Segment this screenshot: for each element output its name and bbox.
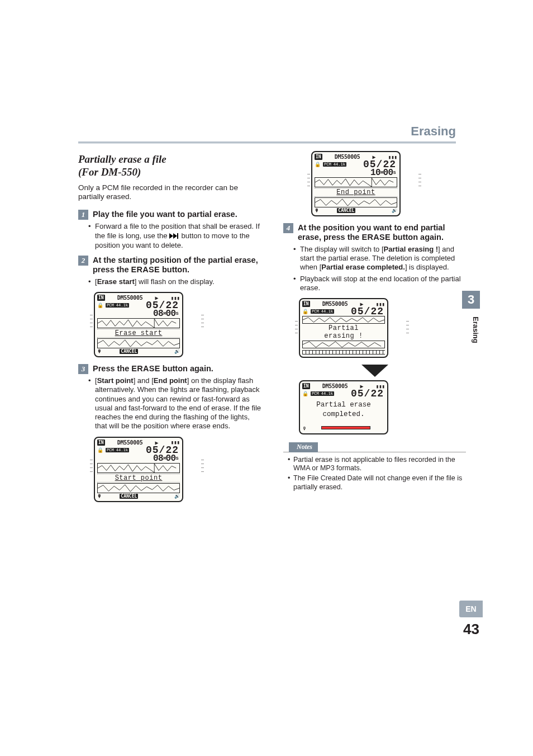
filename: DM550005 xyxy=(117,440,143,446)
notes-label: Notes xyxy=(289,442,318,452)
lock-icon: 🔒 xyxy=(315,162,321,167)
step-badge: 2 xyxy=(78,256,88,266)
step-4-bullet-2: Playback will stop at the end location o… xyxy=(300,275,466,293)
cancel-chip: CANCEL xyxy=(337,208,355,213)
text: ] and [ xyxy=(134,376,154,385)
note-item: The File Created Date will not change ev… xyxy=(293,474,466,492)
file-counter: 05/22 xyxy=(336,308,385,315)
text-bold: Erase start xyxy=(97,277,135,286)
lcd-screen-start-point: ──── ──── IN DM550005 ▶ ▮▮▮ 🔒 PCM 44.1k … xyxy=(94,437,200,502)
text: Press the xyxy=(93,364,131,373)
waveform xyxy=(97,338,180,348)
page-number: 43 xyxy=(463,621,479,638)
text-bold: Partial erasing ! xyxy=(384,245,439,253)
waveform xyxy=(302,316,385,324)
subtitle-line2: (For DM-550) xyxy=(78,166,141,178)
elapsed-time: 08M00S xyxy=(97,455,180,462)
step-4-title: At the position you want to end partial … xyxy=(298,223,466,243)
filename: DM550005 xyxy=(117,295,143,301)
page-header-title: Erasing xyxy=(411,124,456,139)
step-1-title: Play the file you want to partial erase. xyxy=(93,210,237,219)
waveform xyxy=(97,483,180,493)
note-item: Partial erase is not applicable to files… xyxy=(293,456,466,473)
text: The display will switch to [ xyxy=(300,245,384,253)
memory-location-chip: IN xyxy=(302,301,310,307)
elapsed-time: 10M00S xyxy=(315,169,397,177)
text: button again. xyxy=(160,364,213,373)
step-2-title: At the starting position of the partial … xyxy=(93,256,261,275)
step-1-bullet: Forward a file to the position that shal… xyxy=(95,222,261,250)
step-badge: 1 xyxy=(78,210,88,220)
section-tab-vertical: Erasing xyxy=(462,313,480,347)
step-3: 3 Press the ERASE button again. [Start p… xyxy=(78,364,261,431)
format-chip: PCM 44.1k xyxy=(311,309,334,314)
text-bold: Start point xyxy=(97,376,134,385)
text-bold: Partial erase completed. xyxy=(321,263,405,271)
section-subtitle: Partially erase a file (For DM-550) xyxy=(78,153,261,179)
step-2-bullet: [Erase start] will flash on the display. xyxy=(95,277,261,286)
header-rule xyxy=(78,141,456,144)
waveform xyxy=(302,341,385,348)
text: ] will flash on the display. xyxy=(135,277,215,286)
lcd-screen-partial-erasing: ──── ──── IN DM550005 ▶ ▮▮▮ 🔒 PCM 44.1k … xyxy=(299,298,405,358)
subtitle-line1: Partially erase a file xyxy=(78,153,166,165)
lcd-footer: 🎙 xyxy=(302,426,385,431)
step-3-title: Press the ERASE button again. xyxy=(93,364,213,374)
lock-icon: 🔒 xyxy=(97,303,103,308)
step-badge: 4 xyxy=(283,223,293,233)
intro-text: Only a PCM file recorded in the recorder… xyxy=(78,183,261,202)
step-4-bullet-1: The display will switch to [Partial eras… xyxy=(300,245,466,272)
notes-section: Notes Partial erase is not applicable to… xyxy=(283,441,466,492)
lcd-message: Partial erasecompleted. xyxy=(302,398,385,426)
language-tab: EN xyxy=(459,601,483,617)
elapsed-time: 08M00S xyxy=(97,310,180,318)
lock-icon: 🔒 xyxy=(97,447,103,453)
svg-rect-2 xyxy=(177,233,178,239)
fast-forward-icon xyxy=(169,232,179,241)
cancel-chip: CANCEL xyxy=(120,349,138,354)
text: button again. xyxy=(391,233,444,242)
waveform xyxy=(97,463,180,473)
filename: DM550005 xyxy=(335,154,360,160)
filename: DM550005 xyxy=(322,301,348,307)
erase-button-label: ERASE xyxy=(131,364,160,373)
lcd-status-text: Partialerasing ! xyxy=(302,324,385,340)
format-chip: PCM 44.1k xyxy=(106,303,129,308)
waveform xyxy=(315,197,397,207)
step-badge: 3 xyxy=(78,364,88,374)
step-1: 1 Play the file you want to partial eras… xyxy=(78,210,261,250)
waveform xyxy=(315,177,397,187)
memory-location-chip: IN xyxy=(97,295,105,301)
lcd-screen-end-point: ──── ──── IN DM550005 ▶ ▮▮▮ 🔒 PCM 44.1k … xyxy=(311,151,417,216)
arrow-down-icon xyxy=(361,365,388,377)
memory-location-chip: IN xyxy=(315,154,322,160)
lock-icon: 🔒 xyxy=(302,391,308,396)
lock-icon: 🔒 xyxy=(302,309,308,314)
step-3-bullet: [Start point] and [End point] on the dis… xyxy=(95,376,261,431)
svg-marker-0 xyxy=(169,233,173,239)
lcd-screen-erase-start: ──── ──── IN DM550005 ▶ ▮▮▮ 🔒 PCM 44.1k … xyxy=(94,292,200,357)
chapter-tab: 3 xyxy=(462,291,480,309)
file-counter: 05/22 xyxy=(131,446,180,454)
waveform xyxy=(97,318,180,328)
format-chip: PCM 44.1k xyxy=(311,391,334,396)
cancel-chip: CANCEL xyxy=(120,494,138,499)
lcd-status-text: Start point xyxy=(97,474,180,483)
erase-button-label: ERASE xyxy=(131,265,160,274)
file-counter: 05/22 xyxy=(131,301,180,309)
text: ] is displayed. xyxy=(405,263,449,271)
file-counter: 05/22 xyxy=(349,160,397,168)
svg-marker-1 xyxy=(173,233,177,239)
lcd-status-text: Erase start xyxy=(97,329,180,338)
filename: DM550005 xyxy=(322,383,348,389)
text-bold: End point xyxy=(154,376,187,385)
memory-location-chip: IN xyxy=(302,383,310,389)
erase-button-label: ERASE xyxy=(361,233,390,242)
memory-location-chip: IN xyxy=(97,440,105,446)
step-4: 4 At the position you want to end partia… xyxy=(283,223,466,292)
format-chip: PCM 44.1k xyxy=(106,448,129,452)
lcd-screen-completed: IN DM550005 ▶ ▮▮▮ 🔒 PCM 44.1k 05/22 Part… xyxy=(299,380,405,434)
progress-bar xyxy=(302,350,385,355)
lcd-status-text: End point xyxy=(315,188,397,197)
step-2: 2 At the starting position of the partia… xyxy=(78,256,261,286)
